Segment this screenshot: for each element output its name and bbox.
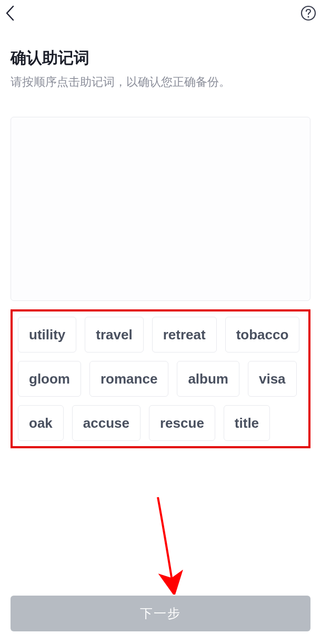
help-icon	[300, 5, 316, 21]
word-chip[interactable]: album	[177, 361, 239, 397]
page-subtitle: 请按顺序点击助记词，以确认您正确备份。	[11, 74, 310, 90]
chevron-left-icon	[5, 5, 16, 21]
word-chip[interactable]: gloom	[18, 361, 81, 397]
next-button[interactable]: 下一步	[11, 596, 310, 631]
word-grid-highlight: utilitytravelretreattobaccogloomromancea…	[11, 309, 310, 448]
word-chip[interactable]: romance	[89, 361, 168, 397]
word-grid: utilitytravelretreattobaccogloomromancea…	[18, 317, 303, 441]
selected-words-box[interactable]	[11, 117, 310, 301]
svg-point-1	[308, 16, 309, 18]
word-chip[interactable]: visa	[248, 361, 297, 397]
word-chip[interactable]: retreat	[152, 317, 217, 353]
word-chip[interactable]: accuse	[72, 405, 141, 441]
next-button-label: 下一步	[140, 605, 181, 622]
header	[0, 0, 321, 26]
main-content: 确认助记词 请按顺序点击助记词，以确认您正确备份。 utilitytravelr…	[0, 26, 321, 448]
word-chip[interactable]: rescue	[149, 405, 215, 441]
word-chip[interactable]: travel	[85, 317, 143, 353]
word-chip[interactable]: oak	[18, 405, 64, 441]
help-button[interactable]	[300, 5, 317, 22]
word-chip[interactable]: tobacco	[225, 317, 300, 353]
page-title: 确认助记词	[11, 47, 310, 69]
back-button[interactable]	[2, 5, 19, 22]
word-chip[interactable]: title	[224, 405, 270, 441]
arrow-annotation-icon	[147, 495, 189, 595]
word-chip[interactable]: utility	[18, 317, 76, 353]
